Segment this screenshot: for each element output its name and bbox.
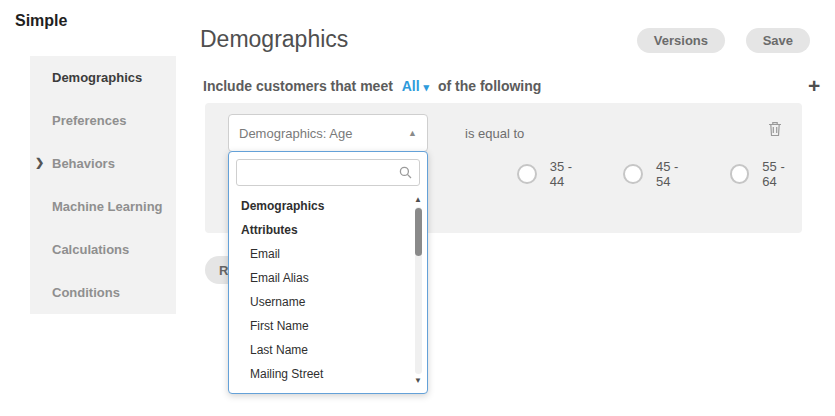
- match-rule-prefix: Include customers that meet: [203, 78, 393, 94]
- sidebar-item-label: Conditions: [52, 285, 120, 300]
- sidebar-item-label: Behaviors: [52, 156, 115, 171]
- dropdown-group-demographics[interactable]: Demographics: [229, 194, 411, 218]
- sidebar-item-label: Machine Learning: [52, 199, 163, 214]
- radio-circle: [730, 164, 750, 184]
- match-type-value: All: [402, 78, 420, 94]
- radio-option-45-54[interactable]: 45 - 54: [623, 159, 695, 189]
- sidebar-item-machine-learning[interactable]: Machine Learning: [30, 185, 176, 228]
- dropdown-item-email[interactable]: Email: [229, 242, 411, 266]
- sidebar-item-label: Demographics: [52, 70, 142, 85]
- dropdown-search: [236, 159, 420, 186]
- field-select-value: Demographics: Age: [239, 126, 352, 141]
- sidebar-item-calculations[interactable]: Calculations: [30, 228, 176, 271]
- dropdown-option-list: Demographics Attributes Email Email Alia…: [229, 194, 411, 389]
- trash-icon: [768, 125, 782, 140]
- sidebar-item-preferences[interactable]: Preferences: [30, 99, 176, 142]
- sidebar-item-label: Calculations: [52, 242, 129, 257]
- app-title: Simple: [15, 12, 67, 30]
- sidebar-item-demographics[interactable]: Demographics: [30, 56, 176, 99]
- dropdown-item-email-alias[interactable]: Email Alias: [229, 266, 411, 290]
- caret-up-icon: ▲: [408, 128, 417, 138]
- scrollbar-thumb[interactable]: [415, 208, 422, 256]
- chevron-right-icon: ❯: [35, 156, 44, 169]
- chevron-down-icon: ▾: [424, 81, 430, 93]
- dropdown-scrollbar: ▲ ▼: [412, 194, 424, 387]
- sidebar-item-conditions[interactable]: Conditions: [30, 271, 176, 314]
- dropdown-item-first-name[interactable]: First Name: [229, 314, 411, 338]
- delete-condition-button[interactable]: [766, 119, 784, 142]
- dropdown-item-username[interactable]: Username: [229, 290, 411, 314]
- radio-circle: [517, 164, 537, 184]
- sidebar-item-label: Preferences: [52, 113, 126, 128]
- dropdown-search-input[interactable]: [237, 166, 399, 180]
- dropdown-item-last-name[interactable]: Last Name: [229, 338, 411, 362]
- radio-option-35-44[interactable]: 35 - 44: [517, 159, 589, 189]
- field-dropdown-panel: Demographics Attributes Email Email Alia…: [228, 151, 428, 394]
- search-icon: [399, 166, 412, 179]
- scroll-down-icon[interactable]: ▼: [412, 375, 424, 387]
- add-condition-button[interactable]: +: [808, 74, 820, 98]
- match-rule-suffix: of the following: [438, 78, 541, 94]
- page: Simple Demographics Preferences ❯ Behavi…: [0, 0, 835, 416]
- sidebar: Demographics Preferences ❯ Behaviors Mac…: [30, 56, 176, 314]
- versions-button[interactable]: Versions: [637, 28, 725, 53]
- dropdown-group-attributes[interactable]: Attributes: [229, 218, 411, 242]
- radio-option-55-64[interactable]: 55 - 64: [730, 159, 802, 189]
- match-type-dropdown[interactable]: All ▾: [402, 78, 429, 94]
- page-title: Demographics: [200, 26, 348, 53]
- radio-label: 45 - 54: [656, 159, 696, 189]
- scroll-up-icon[interactable]: ▲: [412, 194, 424, 206]
- field-select[interactable]: Demographics: Age ▲: [228, 114, 428, 152]
- radio-label: 35 - 44: [550, 159, 590, 189]
- radio-circle: [623, 164, 643, 184]
- sidebar-item-behaviors[interactable]: ❯ Behaviors: [30, 142, 176, 185]
- dropdown-item-mailing-street[interactable]: Mailing Street: [229, 362, 411, 386]
- match-rule-sentence: Include customers that meet All ▾ of the…: [203, 78, 541, 94]
- radio-label: 55 - 64: [762, 159, 802, 189]
- save-button[interactable]: Save: [746, 28, 810, 53]
- age-options: 35 - 44 45 - 54 55 - 64: [517, 159, 802, 189]
- operator-label: is equal to: [465, 126, 524, 141]
